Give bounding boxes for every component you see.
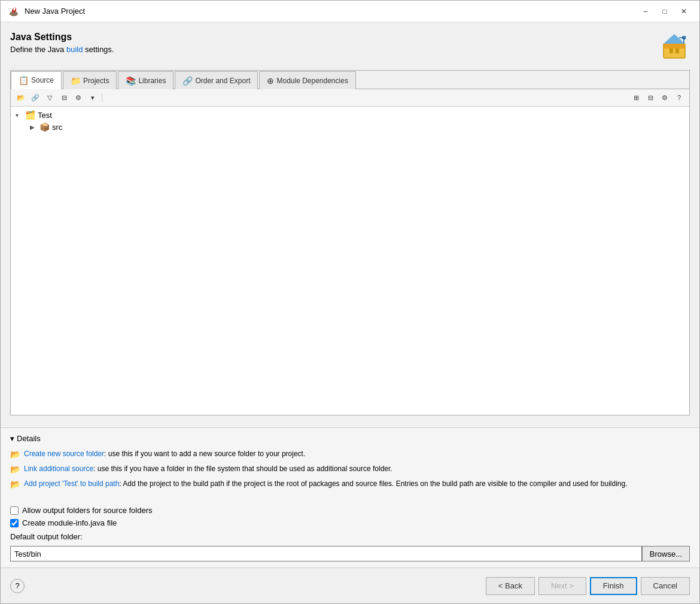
- title-bar-controls: – □ ✕: [637, 5, 692, 18]
- close-button[interactable]: ✕: [675, 5, 692, 18]
- detail-item-3: 📂 Add project 'Test' to build path: Add …: [10, 479, 690, 489]
- page-description: Define the Java build settings.: [10, 45, 114, 54]
- create-source-folder-link[interactable]: Create new source folder: [24, 450, 104, 458]
- footer-right: < Back Next > Finish Cancel: [486, 577, 690, 595]
- output-folder-section: Default output folder: Browse...: [10, 532, 690, 561]
- filter2-btn[interactable]: ⊟: [57, 91, 71, 104]
- details-label: Details: [17, 434, 41, 443]
- add-source-folder-btn[interactable]: 📂: [14, 91, 28, 104]
- details-section: ▾ Details 📂 Create new source folder: us…: [1, 427, 699, 500]
- source-toolbar: 📂 🔗 ▽ ⊟ ⚙ ▾ ⊞ ⊟ ⚙ ?: [11, 89, 689, 107]
- tree-item-test[interactable]: ▾ 🗂️ Test: [13, 109, 687, 121]
- tree-icon-test: 🗂️: [25, 110, 35, 120]
- tab-source-label: Source: [31, 76, 54, 84]
- output-folder-row: Browse...: [10, 546, 690, 561]
- window: New Java Project – □ ✕ Java Settings Def…: [0, 0, 700, 604]
- detail-desc-2: : use this if you have a folder in the f…: [93, 465, 392, 473]
- build-link[interactable]: build: [66, 45, 83, 54]
- output-folder-label: Default output folder:: [10, 532, 690, 541]
- detail-text-3: Add project 'Test' to build path: Add th…: [24, 479, 628, 489]
- page-title: Java Settings: [10, 32, 114, 43]
- title-bar-left: New Java Project: [8, 5, 85, 17]
- tab-order-label: Order and Export: [195, 77, 250, 85]
- settings-btn[interactable]: ⚙: [72, 91, 85, 104]
- tree-toggle-src: ▶: [30, 124, 37, 130]
- configure-btn[interactable]: ⚙: [658, 91, 671, 104]
- main-panel: 📋 Source 📁 Projects 📚 Libraries 🔗 Order …: [10, 70, 690, 415]
- svg-marker-3: [664, 34, 685, 44]
- detail-text-2: Link additional source: use this if you …: [24, 464, 392, 474]
- maximize-button[interactable]: □: [656, 5, 673, 18]
- title-bar: New Java Project – □ ✕: [1, 1, 699, 22]
- allow-output-folders-row: Allow output folders for source folders: [10, 506, 690, 515]
- detail-icon-1: 📂: [10, 450, 20, 459]
- header-text: Java Settings Define the Java build sett…: [10, 32, 114, 54]
- tab-source[interactable]: 📋 Source: [11, 71, 62, 89]
- link-additional-source-link[interactable]: Link additional source: [24, 465, 93, 473]
- collapse-all-btn[interactable]: ⊟: [644, 91, 657, 104]
- tab-module-deps[interactable]: ⊕ Module Dependencies: [259, 71, 355, 89]
- expand-all-btn[interactable]: ⊞: [629, 91, 643, 104]
- tab-projects[interactable]: 📁 Projects: [63, 71, 117, 89]
- spacer: [10, 415, 690, 427]
- details-toggle-icon: ▾: [10, 434, 14, 443]
- toolbar-sep: [102, 93, 102, 102]
- app-logo: [8, 5, 20, 17]
- tree-toggle-test: ▾: [16, 112, 23, 119]
- cancel-button[interactable]: Cancel: [641, 577, 690, 595]
- tab-projects-label: Projects: [83, 77, 109, 85]
- create-module-info-checkbox[interactable]: [10, 519, 19, 527]
- footer: ? < Back Next > Finish Cancel: [1, 567, 699, 603]
- content-area: Java Settings Define the Java build sett…: [1, 22, 699, 427]
- source-tab-icon: 📋: [19, 75, 29, 85]
- tab-libraries[interactable]: 📚 Libraries: [118, 71, 174, 89]
- next-button[interactable]: Next >: [538, 577, 586, 595]
- options-section: Allow output folders for source folders …: [1, 500, 699, 567]
- footer-left: ?: [10, 579, 25, 593]
- tab-order-export[interactable]: 🔗 Order and Export: [175, 71, 258, 89]
- create-module-info-row: Create module-info.java file: [10, 518, 690, 527]
- detail-desc-3: : Add the project to the build path if t…: [119, 479, 627, 488]
- link-source-btn[interactable]: 🔗: [29, 91, 42, 104]
- svg-rect-2: [664, 44, 685, 48]
- details-header[interactable]: ▾ Details: [10, 434, 690, 443]
- detail-icon-2: 📂: [10, 465, 20, 474]
- detail-icon-3: 📂: [10, 479, 20, 489]
- detail-item-1: 📂 Create new source folder: use this if …: [10, 449, 690, 459]
- window-title: New Java Project: [25, 7, 85, 16]
- allow-output-folders-checkbox[interactable]: [10, 506, 19, 515]
- browse-button[interactable]: Browse...: [642, 546, 690, 561]
- tree-children-test: ▶ 📦 src: [28, 121, 687, 133]
- minimize-button[interactable]: –: [637, 5, 654, 18]
- svg-rect-5: [675, 48, 679, 53]
- tab-libraries-label: Libraries: [138, 77, 166, 85]
- header-icon: [661, 32, 690, 60]
- toolbar-right: ⊞ ⊟ ⚙ ?: [629, 91, 686, 104]
- back-button[interactable]: < Back: [486, 577, 535, 595]
- detail-item-2: 📂 Link additional source: use this if yo…: [10, 464, 690, 474]
- source-tree: ▾ 🗂️ Test ▶ 📦 src: [11, 107, 689, 415]
- svg-rect-4: [669, 48, 673, 53]
- detail-text-1: Create new source folder: use this if yo…: [24, 449, 305, 459]
- projects-tab-icon: 📁: [71, 76, 81, 86]
- filter-btn[interactable]: ▽: [43, 91, 56, 104]
- toolbar-help-btn[interactable]: ?: [672, 91, 686, 104]
- tree-label-src: src: [52, 123, 62, 132]
- dropdown-btn[interactable]: ▾: [86, 91, 99, 104]
- detail-desc-1: : use this if you want to add a new sour…: [104, 450, 305, 458]
- tree-item-src[interactable]: ▶ 📦 src: [28, 121, 687, 133]
- add-to-build-path-link[interactable]: Add project 'Test' to build path: [24, 479, 119, 488]
- finish-button[interactable]: Finish: [590, 577, 637, 595]
- tab-module-label: Module Dependencies: [276, 77, 348, 85]
- libraries-tab-icon: 📚: [126, 76, 136, 86]
- output-folder-input[interactable]: [10, 546, 642, 561]
- allow-output-folders-label: Allow output folders for source folders: [22, 506, 153, 515]
- order-tab-icon: 🔗: [182, 76, 193, 86]
- tree-label-test: Test: [38, 111, 52, 120]
- module-tab-icon: ⊕: [267, 76, 274, 86]
- create-module-info-label: Create module-info.java file: [22, 518, 117, 527]
- tabs-bar: 📋 Source 📁 Projects 📚 Libraries 🔗 Order …: [11, 71, 689, 89]
- tree-icon-src: 📦: [39, 122, 50, 132]
- header-section: Java Settings Define the Java build sett…: [10, 32, 690, 60]
- footer-help-button[interactable]: ?: [10, 579, 25, 593]
